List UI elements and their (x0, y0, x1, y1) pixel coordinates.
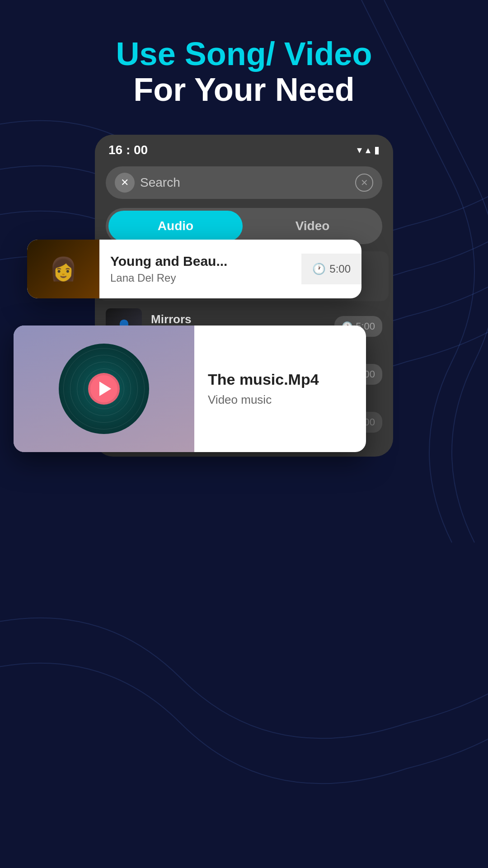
close-icon: ✕ (121, 177, 129, 189)
status-bar: 16 : 00 ▾ ▴ ▮ (95, 135, 393, 162)
video-card-subtitle: Video music (208, 393, 352, 407)
battery-icon: ▮ (374, 144, 380, 156)
video-card-thumbnail (14, 326, 194, 452)
status-icons: ▾ ▴ ▮ (357, 144, 380, 156)
video-card-info: The music.Mp4 Video music (194, 360, 366, 418)
tab-video[interactable]: Video (245, 211, 380, 241)
song-card-thumbnail: 👩 (27, 240, 99, 298)
search-input[interactable]: Search (140, 175, 350, 190)
play-button[interactable] (88, 373, 120, 405)
signal-icon: ▴ (366, 144, 371, 156)
video-card-title: The music.Mp4 (208, 371, 352, 388)
vinyl-record (59, 344, 149, 434)
hero-title: Use Song/ Video For Your Need (116, 36, 372, 108)
clock-icon: 🕐 (312, 263, 326, 275)
floating-song-card[interactable]: 👩 Young and Beau... Lana Del Rey 🕐 5:00 (27, 240, 361, 298)
song-card-title: Young and Beau... (110, 254, 291, 269)
tab-audio[interactable]: Audio (108, 211, 243, 241)
song-title: Mirrors (151, 312, 334, 326)
hero-line1: Use Song/ Video (116, 36, 372, 72)
hero-line2: For Your Need (116, 72, 372, 108)
song-card-info: Young and Beau... Lana Del Rey (99, 246, 301, 292)
clear-icon: ✕ (361, 177, 368, 188)
floating-video-card[interactable]: The music.Mp4 Video music (14, 326, 366, 452)
search-close-button[interactable]: ✕ (115, 173, 135, 193)
song-card-artist: Lana Del Rey (110, 272, 291, 284)
tabs-container: Audio Video (106, 208, 382, 244)
search-bar[interactable]: ✕ Search ✕ (106, 166, 382, 199)
wifi-icon: ▾ (357, 144, 362, 156)
search-clear-button[interactable]: ✕ (355, 174, 373, 192)
status-time: 16 : 00 (108, 143, 148, 157)
song-card-duration: 🕐 5:00 (301, 254, 361, 284)
